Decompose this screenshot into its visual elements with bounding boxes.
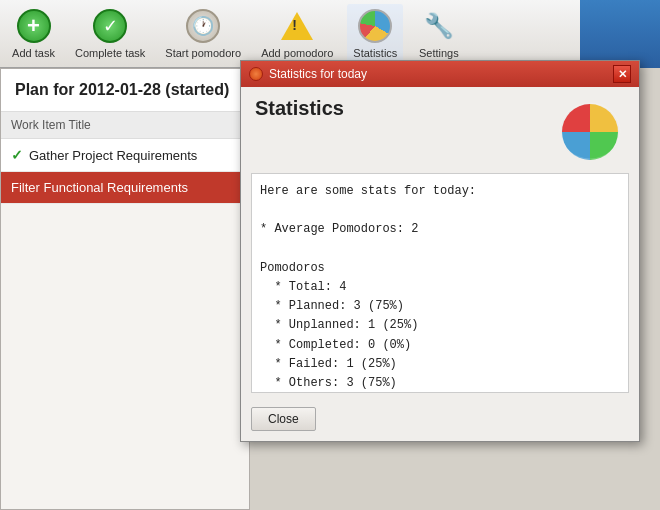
work-item-label: Gather Project Requirements: [29, 148, 197, 163]
warning-icon: !: [279, 8, 315, 44]
work-item-filter[interactable]: Filter Functional Requirements: [1, 172, 249, 204]
start-pomodoro-button[interactable]: 🕐 Start pomodoro: [159, 4, 247, 63]
stats-header: Statistics: [241, 87, 639, 173]
failed-pomodoros: * Failed: 1 (25%): [260, 355, 620, 374]
titlebar-left: Statistics for today: [249, 67, 367, 81]
work-items-header: Work Item Title: [1, 112, 249, 139]
complete-task-icon: ✓: [92, 8, 128, 44]
add-task-button[interactable]: + Add task: [6, 4, 61, 63]
add-task-label: Add task: [12, 47, 55, 59]
dialog-close-button[interactable]: ✕: [613, 65, 631, 83]
stats-body[interactable]: Here are some stats for today: * Average…: [251, 173, 629, 393]
statistics-dialog: Statistics for today ✕ Statistics: [240, 60, 640, 442]
settings-label: Settings: [419, 47, 459, 59]
checkmark-icon: ✓: [11, 147, 23, 163]
stats-footer: Close: [241, 401, 639, 441]
statistics-icon: [357, 8, 393, 44]
add-task-icon: +: [16, 8, 52, 44]
pie-chart: [535, 97, 625, 167]
completed-pomodoros: * Completed: 0 (0%): [260, 336, 620, 355]
others-pomodoros: * Others: 3 (75%): [260, 374, 620, 393]
add-pomodoro-button[interactable]: ! Add pomodoro: [255, 4, 339, 63]
titlebar-icon: [249, 67, 263, 81]
main-panel: Plan for 2012-01-28 (started) Work Item …: [0, 68, 250, 510]
complete-task-label: Complete task: [75, 47, 145, 59]
start-pomodoro-label: Start pomodoro: [165, 47, 241, 59]
blue-accent: [580, 0, 660, 68]
stats-heading: Statistics: [255, 97, 344, 120]
settings-icon: 🔧: [421, 8, 457, 44]
add-pomodoro-label: Add pomodoro: [261, 47, 333, 59]
work-item-label: Filter Functional Requirements: [11, 180, 188, 195]
toolbar: + Add task ✓ Complete task 🕐 Start pomod…: [0, 0, 660, 68]
work-item-gather[interactable]: ✓ Gather Project Requirements: [1, 139, 249, 172]
statistics-button[interactable]: Statistics: [347, 4, 403, 63]
dialog-title: Statistics for today: [269, 67, 367, 81]
complete-task-button[interactable]: ✓ Complete task: [69, 4, 151, 63]
unplanned-pomodoros: * Unplanned: 1 (25%): [260, 316, 620, 335]
stats-intro: Here are some stats for today:: [260, 182, 620, 201]
pomodoros-heading: Pomodoros: [260, 259, 620, 278]
stats-content: Statistics Here are: [241, 87, 639, 441]
settings-button[interactable]: 🔧 Settings: [411, 4, 466, 63]
statistics-label: Statistics: [353, 47, 397, 59]
avg-pomodoros: * Average Pomodoros: 2: [260, 220, 620, 239]
stats-titlebar: Statistics for today ✕: [241, 61, 639, 87]
clock-icon: 🕐: [185, 8, 221, 44]
planned-pomodoros: * Planned: 3 (75%): [260, 297, 620, 316]
plan-title: Plan for 2012-01-28 (started): [1, 69, 249, 112]
close-dialog-button[interactable]: Close: [251, 407, 316, 431]
total-pomodoros: * Total: 4: [260, 278, 620, 297]
